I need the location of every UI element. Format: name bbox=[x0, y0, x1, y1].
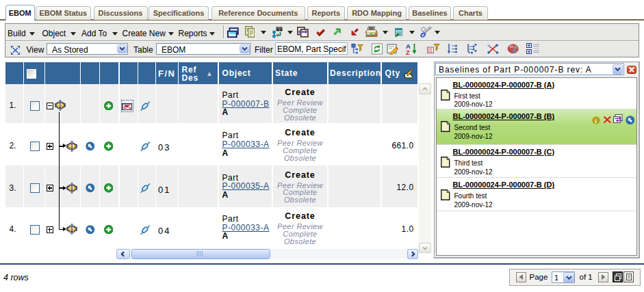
svg-text:Z: Z bbox=[406, 49, 410, 55]
